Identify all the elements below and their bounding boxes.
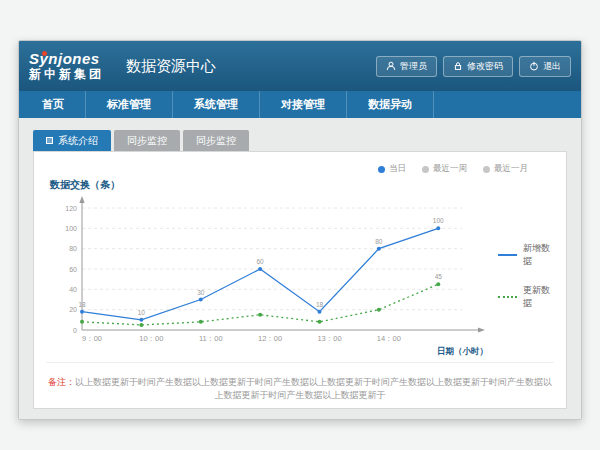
svg-text:14：00: 14：00	[377, 334, 401, 343]
change-password-label: 修改密码	[467, 60, 503, 73]
tab-sync-monitor-1[interactable]: 同步监控	[114, 130, 180, 151]
range-today-dot	[378, 166, 385, 173]
nav-item-standard-mgmt[interactable]: 标准管理	[86, 91, 173, 118]
app-header: Synjones 新中新集团 数据资源中心 管理员 修改密码 退出	[19, 41, 581, 91]
line-chart: 0204060801001209：0010：0011：0012：0013：001…	[46, 192, 498, 360]
change-password-button[interactable]: 修改密码	[443, 56, 513, 77]
svg-text:20: 20	[69, 306, 77, 313]
brand-logo: Synjones 新中新集团	[29, 50, 118, 81]
tab-system-intro[interactable]: 系统介绍	[33, 130, 111, 151]
footnote: 备注：以上数据更新于时间产生数据以上数据更新于时间产生数据以上数据更新于时间产生…	[46, 362, 554, 402]
svg-text:9：00: 9：00	[82, 334, 102, 343]
dotted-line-icon	[498, 296, 517, 298]
solid-line-icon	[498, 254, 517, 256]
logout-label: 退出	[543, 60, 561, 73]
tab-system-intro-label: 系统介绍	[58, 134, 98, 148]
series-legend: 新增数据 更新数据	[498, 242, 554, 310]
svg-text:0: 0	[73, 327, 77, 334]
page-title: 数据资源中心	[126, 57, 216, 76]
range-last-month-dot	[483, 166, 490, 173]
lock-icon	[453, 61, 463, 71]
svg-text:60: 60	[69, 266, 77, 273]
svg-text:18: 18	[316, 301, 324, 308]
svg-text:120: 120	[65, 205, 77, 212]
chart-card: 当日 最近一周 最近一月 数据交换（条） 0204060801001209：00…	[33, 151, 567, 409]
logout-button[interactable]: 退出	[519, 56, 571, 77]
nav-item-home[interactable]: 首页	[21, 91, 86, 118]
tab-sync-monitor-1-label: 同步监控	[127, 134, 167, 148]
svg-text:80: 80	[69, 245, 77, 252]
range-legend: 当日 最近一周 最近一月	[46, 158, 554, 177]
series-new-data-label: 新增数据	[523, 242, 554, 268]
svg-text:12：00: 12：00	[258, 334, 282, 343]
range-last-month-label: 最近一月	[494, 163, 528, 175]
app-window: Synjones 新中新集团 数据资源中心 管理员 修改密码 退出	[18, 40, 582, 420]
series-new-data[interactable]: 新增数据	[498, 242, 554, 268]
logo-text-en: Synjones	[29, 50, 104, 67]
chart-row: 0204060801001209：0010：0011：0012：0013：001…	[46, 192, 554, 360]
tab-icon	[46, 137, 53, 144]
svg-text:日期（小时）: 日期（小时）	[437, 346, 488, 356]
power-icon	[529, 61, 539, 71]
svg-text:18: 18	[78, 301, 86, 308]
logo-text-cn: 新中新集团	[29, 68, 104, 82]
nav-item-data-change[interactable]: 数据异动	[347, 91, 434, 118]
admin-user-button[interactable]: 管理员	[376, 56, 437, 77]
tab-bar: 系统介绍 同步监控 同步监控	[33, 130, 567, 151]
svg-text:100: 100	[433, 217, 444, 224]
footnote-text: 以上数据更新于时间产生数据以上数据更新于时间产生数据以上数据更新于时间产生数据以…	[75, 377, 552, 400]
header-actions: 管理员 修改密码 退出	[376, 56, 571, 77]
svg-text:45: 45	[435, 273, 443, 280]
svg-text:13：00: 13：00	[317, 334, 341, 343]
range-last-week-label: 最近一周	[433, 163, 467, 175]
range-today-label: 当日	[389, 163, 406, 175]
tab-sync-monitor-2[interactable]: 同步监控	[183, 130, 249, 151]
footnote-label: 备注：	[48, 377, 75, 387]
svg-text:10: 10	[138, 309, 146, 316]
svg-text:80: 80	[375, 238, 383, 245]
svg-text:40: 40	[69, 286, 77, 293]
series-updated-data-label: 更新数据	[523, 284, 554, 310]
range-last-week-dot	[422, 166, 429, 173]
content-area: 系统介绍 同步监控 同步监控 当日 最近一周	[19, 118, 581, 419]
user-icon	[386, 61, 396, 71]
svg-text:30: 30	[197, 289, 205, 296]
nav-item-connect-mgmt[interactable]: 对接管理	[260, 91, 347, 118]
svg-text:10：00: 10：00	[139, 334, 163, 343]
admin-user-label: 管理员	[400, 60, 427, 73]
series-updated-data[interactable]: 更新数据	[498, 284, 554, 310]
tab-sync-monitor-2-label: 同步监控	[196, 134, 236, 148]
range-last-month[interactable]: 最近一月	[483, 163, 528, 175]
range-today[interactable]: 当日	[378, 163, 406, 175]
svg-text:60: 60	[257, 258, 265, 265]
range-last-week[interactable]: 最近一周	[422, 163, 467, 175]
main-nav: 首页 标准管理 系统管理 对接管理 数据异动	[19, 91, 581, 118]
nav-item-system-mgmt[interactable]: 系统管理	[173, 91, 260, 118]
svg-text:100: 100	[65, 225, 77, 232]
chart-y-axis-title: 数据交换（条）	[50, 178, 554, 192]
svg-text:11：00: 11：00	[199, 334, 223, 343]
